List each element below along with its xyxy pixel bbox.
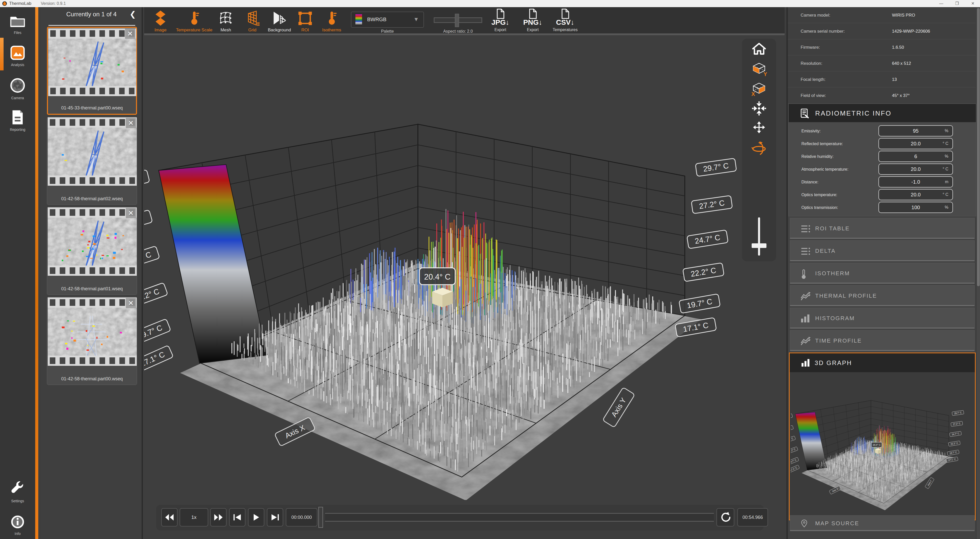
fast-forward-button[interactable] bbox=[210, 508, 227, 526]
aspect-ratio-handle[interactable] bbox=[455, 14, 459, 27]
film-thumbnail[interactable]: ✕ 01-42-58-thermal.part02.wseq bbox=[47, 117, 137, 205]
play-button[interactable] bbox=[248, 508, 264, 526]
header-divider bbox=[48, 25, 135, 26]
tool-image[interactable]: Image bbox=[149, 9, 172, 33]
titlebar: ThermoLab Version: 0.9.1 — ❐ ✕ bbox=[0, 0, 980, 7]
file-icon bbox=[495, 9, 506, 19]
skip-start-button[interactable] bbox=[229, 508, 245, 526]
skip-end-button[interactable] bbox=[267, 508, 283, 526]
firmware-row: Firmware:1.6.50 bbox=[788, 39, 976, 56]
3d-graph-header[interactable]: 3D GRAPH bbox=[790, 353, 975, 372]
section-histogram[interactable]: HISTOGRAM bbox=[790, 308, 975, 329]
tool-temperature-scale[interactable]: Temperature Scale bbox=[175, 9, 213, 33]
loop-button[interactable] bbox=[716, 508, 734, 526]
thermometer-icon bbox=[800, 269, 807, 280]
close-icon[interactable]: ✕ bbox=[126, 118, 136, 128]
tool-mesh[interactable]: Mesh bbox=[215, 9, 237, 33]
3d-graph-preview[interactable] bbox=[791, 374, 974, 519]
export-csv-button[interactable]: CSV↓ Temperatures bbox=[551, 9, 579, 32]
close-button[interactable]: ✕ bbox=[966, 0, 980, 7]
close-icon[interactable]: ✕ bbox=[125, 29, 135, 39]
svg-text:Y: Y bbox=[764, 71, 767, 76]
rotate-view-button[interactable] bbox=[742, 138, 776, 158]
total-time: 00:54.966 bbox=[737, 508, 768, 526]
optics-temperature-input[interactable]: 20.0° C bbox=[878, 189, 953, 200]
sidebar-item-reporting[interactable]: Reporting bbox=[0, 110, 35, 132]
temp-label-left: 22.2° C bbox=[144, 283, 168, 308]
relative-humidity-input[interactable]: 6% bbox=[878, 151, 953, 162]
tool-grid[interactable]: Grid bbox=[241, 9, 264, 33]
zoom-slider-handle[interactable] bbox=[752, 243, 767, 248]
palette-swatch-icon bbox=[355, 14, 362, 25]
home-view-button[interactable] bbox=[742, 39, 776, 59]
collapse-panel-icon[interactable]: ❮ bbox=[130, 10, 136, 19]
roi-frame-icon bbox=[295, 9, 315, 26]
speed-button[interactable]: 1x bbox=[180, 508, 208, 526]
center-view-button[interactable] bbox=[742, 99, 776, 118]
film-thumbnail[interactable]: ✕ 01-45-33-thermal.part00.wseq bbox=[47, 27, 137, 115]
reflected-temperature-input[interactable]: 20.0° C bbox=[878, 138, 953, 149]
sidebar-item-camera[interactable]: Camera bbox=[0, 78, 35, 100]
pan-view-button[interactable] bbox=[742, 118, 776, 138]
palette-dropdown[interactable]: BWRGB ▼ bbox=[351, 12, 424, 27]
view-axis-y-button[interactable]: Y bbox=[742, 59, 776, 79]
download-arrow-icon: ↓ bbox=[539, 18, 542, 26]
app-version: Version: 0.9.1 bbox=[41, 1, 66, 6]
film-filename: 01-45-33-thermal.part00.wseq bbox=[48, 105, 136, 111]
section-delta[interactable]: DELTA bbox=[790, 240, 975, 261]
sidebar-item-info[interactable]: Info bbox=[0, 515, 35, 536]
scrubber-handle[interactable] bbox=[318, 507, 323, 528]
camera-model-row: Camera model:WIRIS PRO bbox=[788, 7, 976, 23]
rewind-button[interactable] bbox=[161, 508, 178, 526]
wrench-icon bbox=[10, 493, 25, 497]
minimize-button[interactable]: — bbox=[934, 0, 948, 7]
atmospheric-temperature-input[interactable]: 20.0° C bbox=[878, 164, 953, 175]
info-icon bbox=[10, 525, 25, 530]
app-title: ThermoLab bbox=[9, 1, 31, 6]
section-isotherm[interactable]: ISOTHERM bbox=[790, 263, 975, 284]
export-png-button[interactable]: PNG↓ Export bbox=[519, 9, 547, 32]
restore-button[interactable]: ❐ bbox=[950, 0, 964, 7]
plot-3d-view[interactable]: 20.4° C 29.7° C 27.2° C 24.7° C 22.2° C … bbox=[144, 36, 784, 539]
elapsed-time: 00:00.000 bbox=[286, 508, 317, 526]
field-of-view-row: Field of view:45° x 37° bbox=[788, 87, 976, 103]
radiometric-header[interactable]: RADIOMETRIC INFO bbox=[789, 104, 976, 122]
scrollbar-thumb[interactable] bbox=[977, 8, 980, 286]
sidebar-item-files[interactable]: Files bbox=[0, 15, 35, 35]
film-thumbnail[interactable]: ✕ 01-42-58-thermal.part01.wseq bbox=[47, 207, 137, 295]
film-preview-image bbox=[48, 207, 137, 276]
close-icon[interactable]: ✕ bbox=[126, 208, 136, 218]
tool-isotherms[interactable]: Isotherms bbox=[318, 9, 345, 33]
resolution-row: Resolution:640 x 512 bbox=[788, 56, 976, 72]
zoom-slider-track[interactable] bbox=[758, 217, 760, 256]
emissivity-input[interactable]: 95% bbox=[878, 125, 953, 137]
temp-label-right: 22.2° C bbox=[683, 263, 724, 281]
zoom-slider[interactable] bbox=[742, 217, 776, 258]
sidebar-item-analysis[interactable]: Analysis bbox=[0, 45, 35, 67]
list-icon bbox=[800, 224, 811, 234]
distance-input[interactable]: -1.0m bbox=[878, 176, 953, 188]
section-roi-table[interactable]: ROI TABLE bbox=[790, 218, 975, 239]
view-axis-x-button[interactable]: X bbox=[742, 79, 776, 99]
palette-caption: Palette bbox=[351, 29, 424, 34]
tool-background[interactable]: Background bbox=[266, 9, 293, 33]
section-map-source[interactable]: MAP SOURCE bbox=[790, 515, 975, 531]
film-thumbnail[interactable]: ✕ 01-42-58-thermal.part00.wseq bbox=[47, 297, 137, 385]
sidebar-item-settings[interactable]: Settings bbox=[0, 481, 35, 503]
section-thermal-profile[interactable]: THERMAL PROFILE bbox=[790, 285, 975, 306]
close-icon[interactable]: ✕ bbox=[126, 298, 136, 308]
temp-label-left: 27.2° C bbox=[144, 210, 153, 233]
panel-scrollbar[interactable] bbox=[977, 7, 980, 539]
tool-roi[interactable]: ROI bbox=[295, 9, 315, 33]
line-chart-icon bbox=[800, 292, 811, 302]
scrubber-track[interactable] bbox=[325, 513, 714, 522]
section-time-profile[interactable]: TIME PROFILE bbox=[790, 330, 975, 351]
temp-label-right: 24.7° C bbox=[687, 230, 728, 249]
section-3d-graph[interactable]: 3D GRAPH bbox=[789, 353, 976, 520]
camera-serial-row: Camera serial number:1429-WWP-220606 bbox=[788, 23, 976, 39]
axis-y-label: Axis Y bbox=[603, 387, 635, 428]
export-jpg-button[interactable]: JPG↓ Export bbox=[486, 9, 514, 32]
temp-label-left: 17.1° C bbox=[144, 345, 173, 373]
cursor-cube bbox=[432, 288, 453, 307]
optics-transmission-input[interactable]: 100% bbox=[878, 202, 953, 213]
